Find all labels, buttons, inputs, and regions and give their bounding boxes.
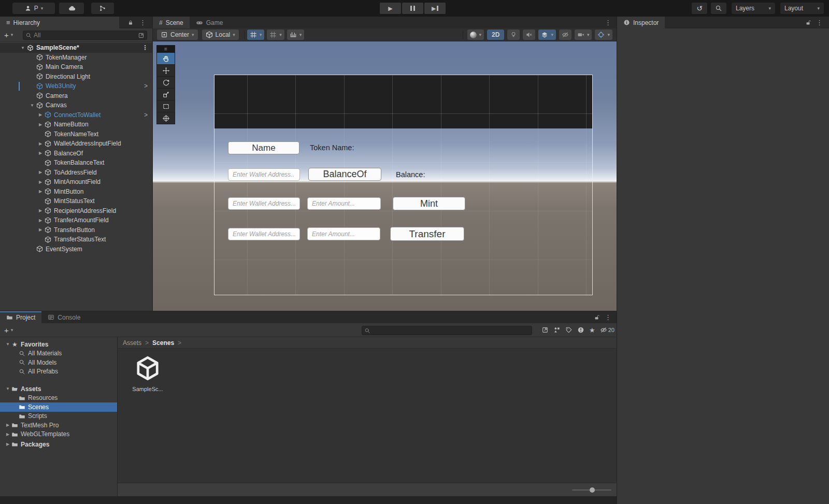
scale-tool[interactable] (157, 88, 175, 100)
ui-canvas-outline[interactable]: Name Token Name: Enter Wallet Address.. … (214, 75, 593, 295)
project-search-field[interactable] (362, 326, 532, 335)
expander-icon[interactable]: ▶ (4, 432, 11, 437)
wallet-address-input-2[interactable]: Enter Wallet Address... (228, 197, 300, 210)
hierarchy-item[interactable]: TokenManager (0, 53, 152, 63)
hierarchy-item[interactable]: EventSystem (0, 244, 152, 254)
expander-icon[interactable]: ▶ (36, 112, 45, 117)
favorites-star-icon[interactable]: ★ (589, 326, 595, 334)
layout-dropdown[interactable]: Layout ▾ (780, 3, 824, 14)
audio-toggle[interactable] (523, 30, 535, 40)
favorites-root[interactable]: ▼ ★ Favorites (0, 340, 117, 349)
2d-toggle[interactable]: 2D (487, 30, 504, 40)
scene-transfer-button[interactable]: Transfer (390, 227, 464, 241)
shading-mode-dropdown[interactable]: ▾ (467, 30, 484, 40)
folder-item[interactable]: Scripts (0, 412, 117, 421)
tab-hierarchy[interactable]: ≡ Hierarchy (0, 17, 119, 28)
rotate-tool[interactable] (157, 76, 175, 88)
favorites-item[interactable]: All Models (0, 358, 117, 367)
layers-dropdown[interactable]: Layers ▾ (732, 3, 775, 14)
hierarchy-item[interactable]: ▶TranferAmountField (0, 215, 152, 225)
pause-button[interactable] (402, 3, 423, 14)
hierarchy-item[interactable]: ▶MintAmountField (0, 177, 152, 187)
hierarchy-item[interactable]: ▶NameButton (0, 120, 152, 129)
prefab-open-arrow[interactable]: > (144, 82, 148, 90)
scene-mint-button[interactable]: Mint (393, 197, 465, 210)
undo-history-button[interactable]: ↺ (692, 3, 707, 14)
scene-balanceof-button[interactable]: BalanceOf (308, 168, 381, 181)
scene-visibility-toggle[interactable] (559, 30, 571, 40)
expander-icon[interactable]: ▶ (36, 227, 45, 232)
hierarchy-item[interactable]: Directional Light (0, 72, 152, 82)
slider-thumb[interactable] (590, 487, 595, 493)
create-dropdown-icon[interactable]: ▾ (11, 33, 13, 37)
transfer-amount-input[interactable]: Enter Amount... (307, 227, 380, 240)
create-button[interactable]: + (4, 31, 9, 39)
expander-icon[interactable]: ▶ (36, 170, 45, 175)
scene-name-button[interactable]: Name (228, 141, 299, 154)
breadcrumb-root[interactable]: Assets (123, 339, 141, 347)
scene-menu-button[interactable]: ⋮ (605, 17, 611, 28)
transform-tool[interactable] (157, 112, 175, 124)
tab-console[interactable]: Console (41, 311, 87, 323)
hierarchy-item[interactable]: ▶MintButton (0, 187, 152, 197)
kebab-icon[interactable]: ⋮ (142, 44, 148, 51)
breadcrumb-current[interactable]: Scenes (152, 339, 174, 347)
project-search-input[interactable] (372, 326, 530, 335)
expander-icon[interactable]: ▶ (36, 189, 45, 194)
hierarchy-item[interactable]: ▶ConnectToWallet> (0, 110, 152, 120)
inspector-menu-button[interactable]: ⋮ (816, 17, 823, 28)
hierarchy-item[interactable]: TransferStatusText (0, 235, 152, 244)
camera-settings-dropdown[interactable]: ▾ (575, 30, 592, 40)
inspector-lock-button[interactable] (805, 17, 811, 28)
view-hand-tool[interactable] (157, 52, 175, 64)
expander-icon[interactable]: ▶ (36, 218, 45, 223)
palette-drag-handle[interactable]: ≡ (157, 46, 175, 52)
packages-root[interactable]: ▶ Packages (0, 440, 117, 449)
hierarchy-search-input[interactable]: All (23, 31, 147, 40)
cloud-button[interactable] (59, 3, 84, 14)
expander-icon[interactable]: ▶ (36, 208, 45, 213)
open-window-icon[interactable] (138, 32, 145, 39)
tab-game[interactable]: Game (190, 17, 230, 28)
prefab-open-arrow[interactable]: > (144, 111, 148, 119)
pivot-mode-dropdown[interactable]: Center ▾ (157, 30, 198, 40)
expander-icon[interactable]: ▶ (36, 151, 45, 155)
expander-icon[interactable]: ▼ (4, 342, 11, 347)
increment-snap-button[interactable]: ▾ (267, 30, 284, 40)
wallet-address-input-3[interactable]: Enter Wallet Address... (228, 228, 300, 240)
search-by-label-icon[interactable] (565, 326, 573, 334)
project-menu-button[interactable]: ⋮ (605, 311, 611, 323)
hierarchy-item[interactable]: Camera (0, 91, 152, 101)
play-button[interactable]: ▶ (380, 3, 401, 14)
open-window-icon[interactable] (541, 326, 549, 334)
hierarchy-menu-button[interactable]: ⋮ (139, 17, 146, 28)
expander-icon[interactable]: ▼ (28, 103, 36, 108)
hidden-count-toggle[interactable]: 20 (600, 326, 614, 334)
account-button[interactable]: P ▾ (12, 3, 55, 14)
hierarchy-item[interactable]: ▶TransferButton (0, 225, 152, 235)
folder-item[interactable]: Resources (0, 394, 117, 403)
favorites-item[interactable]: All Prefabs (0, 367, 117, 377)
global-search-button[interactable] (711, 3, 726, 14)
grid-snap-toggle[interactable]: ▾ (247, 30, 265, 40)
hierarchy-item[interactable]: MintStatusText (0, 196, 152, 206)
step-button[interactable]: ▶ (424, 3, 446, 14)
tab-inspector[interactable]: Inspector (617, 17, 665, 28)
scene-viewport[interactable]: ≡ Name Token Name: Enter Wallet Address.… (153, 41, 617, 311)
importance-filter-icon[interactable] (577, 326, 584, 334)
folder-item[interactable]: ▶WebGLTemplates (0, 430, 117, 439)
expander-icon[interactable]: ▼ (4, 386, 11, 391)
version-control-button[interactable] (91, 3, 114, 14)
move-tool[interactable] (157, 64, 175, 76)
assets-root[interactable]: ▼ Assets (0, 384, 117, 394)
thumbnail-zoom-slider[interactable] (572, 489, 611, 491)
folder-item[interactable]: ▶TextMesh Pro (0, 421, 117, 430)
hierarchy-item[interactable]: ▶WalletAddressInputField (0, 139, 152, 149)
project-create-button[interactable]: + (4, 326, 9, 335)
tab-project[interactable]: Project (0, 311, 41, 323)
gizmos-dropdown[interactable]: ▾ (595, 30, 612, 40)
hierarchy-item[interactable]: Main Camera (0, 62, 152, 72)
hierarchy-item[interactable]: TokenBalanceText (0, 158, 152, 168)
hierarchy-item[interactable]: TokenNameText (0, 129, 152, 139)
project-lock-button[interactable] (594, 311, 600, 323)
